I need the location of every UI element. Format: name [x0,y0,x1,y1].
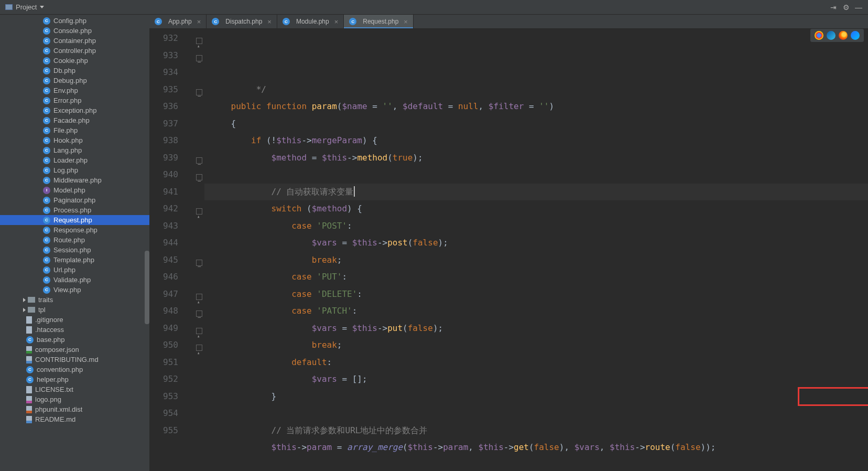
code-line-954[interactable] [204,456,868,472]
file-hookphp[interactable]: CHook.php [0,135,149,145]
tab-module[interactable]: CModule.php× [277,15,344,28]
code-line-943[interactable]: case 'PUT': [204,269,868,286]
code-line-933[interactable]: public function param($name = '', $defau… [204,98,868,115]
code-line-942[interactable]: break; [204,252,868,269]
file-exceptionphp[interactable]: CException.php [0,105,149,115]
code-line-945[interactable]: case 'PATCH': [204,303,868,320]
file-sessionphp[interactable]: CSession.php [0,245,149,255]
code-editor[interactable]: 9329339349359369379389399409419429439449… [149,29,868,471]
sidebar-scrollbar[interactable] [145,251,149,324]
file-helper-php[interactable]: Chelper.php [0,374,149,384]
file-processphp[interactable]: CProcess.php [0,205,149,215]
gear-icon[interactable]: ⚙ [842,3,850,12]
file-urlphp[interactable]: CUrl.php [0,265,149,275]
code-line-948[interactable]: default: [204,354,868,371]
file-requestphp[interactable]: CRequest.php [0,215,149,225]
file--htaccess[interactable]: .htaccess [0,325,149,335]
code-line-953[interactable]: $this->param = array_merge($this->param,… [204,439,868,456]
code-line-940[interactable]: case 'POST': [204,218,868,235]
fold-toggle[interactable] [196,260,202,266]
close-icon[interactable]: × [267,18,272,26]
file-facadephp[interactable]: CFacade.php [0,115,149,125]
file-filephp[interactable]: CFile.php [0,125,149,135]
file-logphp[interactable]: CLog.php [0,165,149,175]
file-errorphp[interactable]: CError.php [0,95,149,105]
file-validatephp[interactable]: CValidate.php [0,275,149,285]
file-logo-png[interactable]: logo.png [0,394,149,404]
code-line-952[interactable]: // 当前请求参数和URL地址中的参数合并 [204,422,868,440]
folder-traits[interactable]: traits [0,295,149,305]
file-responsephp[interactable]: CResponse.php [0,225,149,235]
code-line-941[interactable]: $vars = $this->post(false); [204,234,868,252]
file-configphp[interactable]: CConfig.php [0,16,149,26]
file-base-php[interactable]: Cbase.php [0,335,149,345]
file-containerphp[interactable]: CContainer.php [0,36,149,46]
folder-tpl[interactable]: tpl [0,305,149,315]
code-line-951[interactable] [204,405,868,422]
project-dropdown[interactable]: Project [0,0,49,14]
fold-toggle[interactable] [196,157,202,164]
file-debugphp[interactable]: CDebug.php [0,76,149,85]
php-file-icon: C [26,376,34,383]
code-line-937[interactable] [204,166,868,184]
file-routephp[interactable]: CRoute.php [0,235,149,245]
tab-dispatch[interactable]: CDispatch.php× [207,15,277,28]
file-composer-json[interactable]: composer.json [0,345,149,355]
fold-toggle[interactable] [196,174,202,180]
code-line-947[interactable]: break; [204,337,868,354]
chrome-icon[interactable] [815,31,823,40]
firefox-icon[interactable] [839,31,848,40]
code-line-934[interactable]: { [204,115,868,133]
code-line-936[interactable]: $method = $this->method(true); [204,149,868,167]
fold-column[interactable] [194,29,204,471]
file-consolephp[interactable]: CConsole.php [0,26,149,36]
file-phpunit-xml-dist[interactable]: phpunit.xml.dist [0,404,149,414]
fold-toggle[interactable] [196,55,202,61]
code-content[interactable]: */ public function param($name = '', $de… [204,29,868,471]
opera-icon[interactable] [851,31,860,40]
file-convention-php[interactable]: Cconvention.php [0,365,149,374]
file-middlewarephp[interactable]: CMiddleware.php [0,175,149,185]
file-LICENSE-txt[interactable]: LICENSE.txt [0,384,149,394]
code-line-935[interactable]: if (!$this->mergeParam) { [204,132,868,149]
close-icon[interactable]: × [197,18,201,26]
file-cookiephp[interactable]: CCookie.php [0,56,149,66]
file-label: Lang.php [53,146,82,154]
code-line-950[interactable]: } [204,388,868,405]
file-paginatorphp[interactable]: CPaginator.php [0,195,149,205]
fold-toggle[interactable] [196,328,202,334]
file-dbphp[interactable]: CDb.php [0,66,149,76]
file-controllerphp[interactable]: CController.php [0,46,149,56]
close-icon[interactable]: × [404,18,408,26]
minimize-icon[interactable]: — [854,3,863,12]
fold-toggle[interactable] [196,38,202,44]
code-line-944[interactable]: case 'DELETE': [204,286,868,303]
file-langphp[interactable]: CLang.php [0,145,149,155]
code-line-932[interactable]: */ [204,81,868,99]
tab-app[interactable]: CApp.php× [149,15,207,28]
line-number: 952 [149,371,194,388]
file-envphp[interactable]: CEnv.php [0,85,149,95]
fold-toggle[interactable] [196,311,202,317]
file-modelphp[interactable]: IModel.php [0,185,149,195]
file-viewphp[interactable]: CView.php [0,285,149,295]
code-line-949[interactable]: $vars = []; [204,371,868,388]
project-sidebar[interactable]: CConfig.phpCConsole.phpCContainer.phpCCo… [0,15,149,471]
code-line-939[interactable]: switch ($method) { [204,200,868,218]
file-loaderphp[interactable]: CLoader.php [0,155,149,165]
tab-request[interactable]: CRequest.php× [344,15,414,28]
file-label: helper.php [37,376,69,383]
fold-toggle[interactable] [196,89,202,95]
code-line-938[interactable]: // 自动获取请求变量 [204,184,868,201]
close-icon[interactable]: × [334,18,339,26]
file-CONTRIBUTING-md[interactable]: CONTRIBUTING.md [0,355,149,365]
fold-toggle[interactable] [196,294,202,300]
file-README-md[interactable]: README.md [0,414,149,424]
code-line-946[interactable]: $vars = $this->put(false); [204,320,868,337]
edge-icon[interactable] [827,31,836,40]
file--gitignore[interactable]: .gitignore [0,315,149,325]
file-templatephp[interactable]: CTemplate.php [0,255,149,265]
fold-toggle[interactable] [196,345,202,351]
collapse-icon[interactable]: ⇥ [829,3,838,12]
fold-toggle[interactable] [196,208,202,215]
